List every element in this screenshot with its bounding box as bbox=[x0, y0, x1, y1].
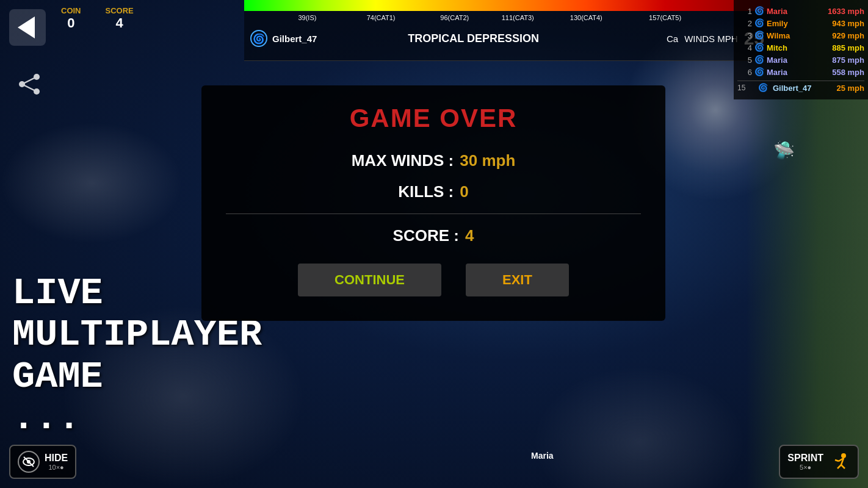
lb-name-4: Mitch bbox=[767, 43, 832, 52]
bg-cloud-3 bbox=[532, 366, 746, 488]
lb-row-3: 3 🌀 Wilma 929 mph bbox=[737, 29, 864, 41]
continue-button[interactable]: CONTINUE bbox=[298, 264, 441, 296]
map-maria-label: Maria bbox=[531, 451, 554, 461]
bg-cloud-1 bbox=[0, 122, 183, 244]
wind-bar-container: 39(IS) 74(CAT1) 96(CAT2) 111(CAT3) 130(C… bbox=[244, 0, 770, 61]
sprint-text-block: SPRINT 5×● bbox=[787, 453, 823, 471]
live-line3: GAME bbox=[12, 356, 262, 398]
lb-rank-1: 1 bbox=[737, 7, 752, 16]
svg-point-8 bbox=[841, 453, 846, 458]
lb-icon-5: 🌀 bbox=[754, 55, 764, 65]
game-over-modal: GAME OVER MAX WINDS : 30 mph KILLS : 0 S… bbox=[201, 85, 665, 321]
wind-cat5: 157(CAT5) bbox=[649, 14, 681, 21]
lb-name-2: Emily bbox=[767, 19, 832, 28]
svg-line-4 bbox=[22, 84, 37, 92]
back-arrow-icon bbox=[18, 16, 35, 38]
running-figure-icon bbox=[829, 451, 850, 472]
score-value: 4 bbox=[106, 15, 134, 31]
coin-label: COIN bbox=[61, 6, 81, 15]
lb-rank-2: 2 bbox=[737, 19, 752, 28]
svg-line-10 bbox=[837, 465, 841, 468]
lb-icon-3: 🌀 bbox=[754, 30, 764, 40]
leaderboard-panel: 1 🌀 Maria 1633 mph 2 🌀 Emily 943 mph 3 🌀… bbox=[734, 0, 868, 99]
sprint-icon bbox=[828, 451, 850, 473]
svg-line-11 bbox=[841, 465, 845, 468]
lb-rank-6: 6 bbox=[737, 68, 752, 77]
lb-rank-3: 3 bbox=[737, 31, 752, 40]
lb-icon-4: 🌀 bbox=[754, 43, 764, 52]
lb-row-6: 6 🌀 Maria 558 mph bbox=[737, 66, 864, 78]
lb-icon-1: 🌀 bbox=[754, 6, 764, 16]
lb-current-name: Gilbert_47 bbox=[773, 84, 836, 93]
svg-line-3 bbox=[22, 77, 37, 84]
kills-value: 0 bbox=[460, 182, 468, 201]
wind-cat4: 130(CAT4) bbox=[570, 14, 602, 21]
lb-row-4: 4 🌀 Mitch 885 mph bbox=[737, 41, 864, 54]
wind-cat-is: 39(IS) bbox=[298, 14, 316, 21]
sprint-label: SPRINT bbox=[787, 453, 823, 464]
wind-category-labels: 39(IS) 74(CAT1) 96(CAT2) 111(CAT3) 130(C… bbox=[244, 11, 770, 24]
max-winds-label: MAX WINDS : bbox=[352, 151, 454, 170]
lb-rank-4: 4 bbox=[737, 43, 752, 52]
lb-speed-6: 558 mph bbox=[832, 68, 864, 77]
hide-icon bbox=[18, 451, 40, 473]
modal-buttons: CONTINUE EXIT bbox=[226, 264, 641, 296]
lb-row-5: 5 🌀 Maria 875 mph bbox=[737, 54, 864, 66]
svg-line-13 bbox=[835, 460, 839, 461]
winds-mph-label: WINDS MPH bbox=[684, 34, 738, 44]
kills-label: KILLS : bbox=[398, 182, 454, 201]
score-block: SCORE 4 bbox=[106, 6, 134, 31]
share-icon bbox=[17, 72, 42, 96]
wind-gradient-bar bbox=[244, 0, 770, 11]
coin-score-display: COIN 0 SCORE 4 bbox=[61, 6, 134, 31]
lb-current-speed: 25 mph bbox=[836, 84, 864, 93]
lb-current-row: 15 🌀 Gilbert_47 25 mph bbox=[737, 81, 864, 95]
score-row: SCORE : 4 bbox=[226, 226, 641, 245]
lb-speed-5: 875 mph bbox=[832, 56, 864, 65]
wind-cat2: 96(CAT2) bbox=[440, 14, 469, 21]
lb-row-2: 2 🌀 Emily 943 mph bbox=[737, 17, 864, 29]
wind-cat1: 74(CAT1) bbox=[367, 14, 396, 21]
score-label: SCORE bbox=[106, 6, 134, 15]
lb-rank-5: 5 bbox=[737, 56, 752, 65]
back-button[interactable] bbox=[9, 9, 46, 46]
exit-button[interactable]: EXIT bbox=[466, 264, 569, 296]
lb-current-icon: 🌀 bbox=[758, 83, 768, 93]
hide-text-block: HIDE 10×● bbox=[45, 453, 68, 471]
wind-cat3: 111(CAT3) bbox=[502, 14, 534, 21]
modal-score-label: SCORE : bbox=[393, 226, 459, 245]
lb-speed-4: 885 mph bbox=[832, 43, 864, 52]
live-line4: ... bbox=[12, 398, 262, 439]
lb-name-3: Wilma bbox=[767, 31, 832, 40]
lb-current-rank: 15 bbox=[737, 84, 756, 92]
lb-name-5: Maria bbox=[767, 56, 832, 65]
max-winds-value: 30 mph bbox=[460, 151, 515, 170]
modal-score-value: 4 bbox=[465, 226, 474, 245]
wind-info-row: 🌀 Gilbert_47 TROPICAL DEPRESSION Ca WIND… bbox=[244, 26, 770, 51]
game-over-title: GAME OVER bbox=[226, 104, 641, 133]
hide-count: 10×● bbox=[45, 464, 68, 471]
max-winds-row: MAX WINDS : 30 mph bbox=[226, 151, 641, 170]
lb-icon-6: 🌀 bbox=[754, 67, 764, 77]
modal-divider bbox=[226, 214, 641, 214]
share-button[interactable] bbox=[12, 67, 46, 101]
kills-row: KILLS : 0 bbox=[226, 182, 641, 201]
lb-name-1: Maria bbox=[767, 7, 828, 16]
ufo-icon: 🛸 bbox=[773, 140, 795, 160]
lb-icon-2: 🌀 bbox=[754, 18, 764, 28]
hide-label: HIDE bbox=[45, 453, 68, 464]
sprint-button[interactable]: SPRINT 5×● bbox=[779, 445, 859, 479]
map-ufo-marker: 🛸 bbox=[773, 140, 795, 160]
hide-button[interactable]: HIDE 10×● bbox=[9, 445, 76, 479]
storm-icon: 🌀 bbox=[250, 30, 267, 47]
coin-value: 0 bbox=[61, 15, 81, 31]
lb-speed-2: 943 mph bbox=[832, 19, 864, 28]
lb-speed-3: 929 mph bbox=[832, 31, 864, 40]
lb-name-6: Maria bbox=[767, 68, 832, 77]
storm-type-bar: TROPICAL DEPRESSION bbox=[280, 32, 667, 45]
sprint-count: 5×● bbox=[787, 464, 823, 471]
lb-row-1: 1 🌀 Maria 1633 mph bbox=[737, 5, 864, 17]
coin-block: COIN 0 bbox=[61, 6, 81, 31]
eye-slash-icon bbox=[22, 455, 35, 468]
storm-cat-bar: Ca bbox=[667, 34, 678, 44]
